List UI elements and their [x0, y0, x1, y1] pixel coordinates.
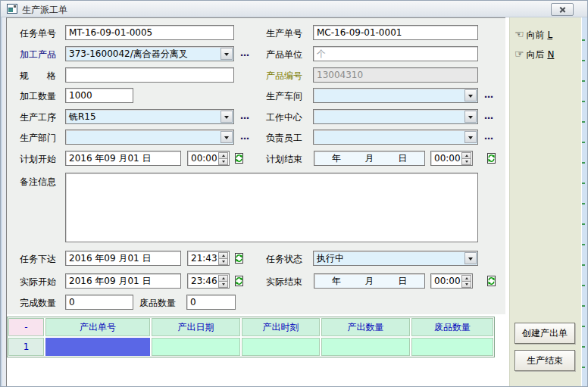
dropdown-arrow-icon[interactable] — [220, 131, 233, 143]
nav-previous[interactable]: ☜向前 L — [514, 28, 552, 42]
actual-end-time[interactable]: 00:00 — [430, 273, 473, 289]
qty-input[interactable]: 1000 — [65, 88, 133, 103]
done-qty-label: 完成数量 — [20, 297, 56, 310]
right-edge-ticks — [582, 20, 585, 386]
actual-start-date[interactable]: 2016 年09 月01 日 — [65, 273, 181, 289]
spin-down-icon[interactable] — [461, 159, 471, 165]
actual-start-time[interactable]: 23:46 — [187, 273, 230, 289]
remarks-textarea[interactable] — [65, 173, 478, 242]
plan-end-label: 计划结束 — [266, 153, 302, 166]
workcenter-ellipsis-button[interactable]: … — [484, 111, 494, 121]
spin-up-icon[interactable] — [218, 275, 228, 282]
table-header-output-date[interactable]: 产出日期 — [152, 318, 240, 336]
employee-label: 负责员工 — [266, 132, 302, 145]
employee-combo[interactable] — [313, 130, 478, 145]
actual-end-date[interactable]: 年 月 日 — [314, 273, 425, 289]
spin-down-icon[interactable] — [461, 282, 471, 288]
spin-down-icon[interactable] — [218, 259, 228, 265]
plan-start-time[interactable]: 00:00 — [187, 151, 230, 166]
spin-up-icon[interactable] — [461, 152, 471, 159]
table-header-scrap-qty[interactable]: 废品数量 — [411, 318, 493, 336]
done-qty-input[interactable]: 0 — [65, 295, 133, 310]
close-icon — [559, 6, 566, 13]
process-ellipsis-button[interactable]: … — [240, 111, 250, 121]
plan-end-date[interactable]: 年 月 日 — [314, 151, 425, 166]
spin-down-icon[interactable] — [218, 282, 228, 288]
refresh-date-icon[interactable] — [486, 152, 497, 164]
table-cell-output-no-selected[interactable] — [45, 338, 150, 356]
process-combo[interactable]: 铣R15 — [65, 109, 234, 124]
prod-order-input[interactable]: MC-16-09-01-0001 — [313, 25, 478, 40]
prod-code-field: 13004310 — [313, 67, 478, 83]
actual-start-time-value: 23:46 — [191, 276, 217, 286]
prod-code-label: 产品编号 — [266, 70, 302, 83]
time-spinner[interactable] — [461, 275, 471, 287]
plan-end-time[interactable]: 00:00 — [430, 151, 473, 166]
task-issued-date[interactable]: 2016 年09 月01 日 — [65, 251, 181, 266]
refresh-date-icon[interactable] — [486, 275, 497, 287]
table-header-output-qty[interactable]: 产出数量 — [321, 318, 410, 336]
task-no-input[interactable]: MT-16-09-01-0005 — [65, 25, 234, 40]
dropdown-arrow-icon[interactable] — [464, 131, 477, 143]
plan-start-time-value: 00:00 — [191, 153, 217, 164]
spec-label: 规 格 — [20, 70, 56, 83]
table-cell-output-time[interactable] — [242, 338, 320, 356]
qty-label: 加工数量 — [20, 90, 56, 103]
spin-up-icon[interactable] — [218, 252, 228, 259]
task-issued-time[interactable]: 21:43 — [187, 251, 230, 266]
unit-field[interactable]: 个 — [313, 46, 478, 61]
dept-ellipsis-button[interactable]: … — [240, 131, 250, 142]
employee-ellipsis-button[interactable]: … — [484, 131, 494, 142]
production-dispatch-window: 生产派工单 任务单号 MT-16-09-01-0005 生产单号 MC-16-0… — [0, 0, 588, 387]
workshop-combo[interactable] — [313, 88, 478, 103]
task-status-combo[interactable]: 执行中 — [313, 251, 478, 266]
workshop-label: 生产车间 — [266, 90, 302, 103]
time-spinner[interactable] — [461, 152, 471, 164]
dropdown-arrow-icon[interactable] — [464, 252, 477, 264]
table-header-output-no[interactable]: 产出单号 — [45, 318, 150, 336]
time-spinner[interactable] — [218, 252, 228, 264]
dropdown-arrow-icon[interactable] — [464, 89, 477, 101]
table-cell-scrap-qty[interactable] — [411, 338, 493, 356]
scrap-qty-label: 废品数量 — [139, 297, 176, 310]
remarks-label: 备注信息 — [20, 176, 56, 189]
spin-up-icon[interactable] — [461, 275, 471, 282]
refresh-date-icon[interactable] — [233, 252, 245, 264]
task-issued-time-value: 21:43 — [191, 253, 217, 264]
table-cell-output-date[interactable] — [152, 338, 240, 356]
product-combo[interactable]: 373-1600042/离合器分离叉 — [65, 46, 234, 61]
dropdown-arrow-icon[interactable] — [220, 111, 233, 123]
dept-combo[interactable] — [65, 130, 234, 145]
nav-previous-label: 向前 — [527, 30, 545, 40]
window-title: 生产派工单 — [22, 4, 67, 17]
actual-end-label: 实际结束 — [266, 276, 302, 289]
spec-input[interactable] — [65, 67, 234, 83]
close-button[interactable] — [551, 3, 574, 16]
create-output-order-button[interactable]: 创建产出单 — [514, 323, 575, 344]
workcenter-label: 工作中心 — [266, 111, 302, 124]
spin-down-icon[interactable] — [218, 159, 228, 165]
spin-up-icon[interactable] — [218, 152, 228, 159]
dept-label: 生产部门 — [20, 132, 56, 145]
nav-next-key: N — [547, 49, 554, 60]
hand-right-icon: ☞ — [514, 48, 524, 60]
table-header-output-time[interactable]: 产出时刻 — [242, 318, 320, 336]
row-number-cell[interactable]: 1 — [8, 338, 44, 356]
product-ellipsis-button[interactable]: … — [240, 48, 250, 58]
refresh-date-icon[interactable] — [233, 275, 245, 287]
dropdown-arrow-icon[interactable] — [220, 48, 233, 60]
nav-next[interactable]: ☞向后 N — [514, 48, 554, 61]
scrap-qty-input[interactable]: 0 — [186, 295, 236, 310]
plan-start-date[interactable]: 2016 年09 月01 日 — [65, 151, 181, 166]
workcenter-combo[interactable] — [313, 109, 478, 124]
time-spinner[interactable] — [218, 275, 228, 287]
table-row: 1 — [8, 338, 493, 356]
refresh-date-icon[interactable] — [233, 152, 245, 164]
table-cell-output-qty[interactable] — [321, 338, 410, 356]
dropdown-arrow-icon[interactable] — [464, 111, 477, 123]
product-label: 加工产品 — [20, 48, 56, 61]
time-spinner[interactable] — [218, 152, 228, 164]
workshop-ellipsis-button[interactable]: … — [484, 89, 494, 100]
actual-start-label: 实际开始 — [20, 276, 56, 289]
end-production-button[interactable]: 生产结束 — [514, 350, 575, 371]
